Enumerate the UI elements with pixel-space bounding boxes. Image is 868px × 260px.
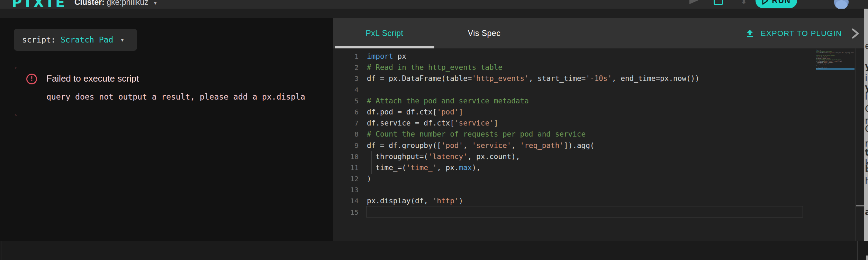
canvas-header-band bbox=[0, 9, 868, 18]
cluster-selector[interactable]: Cluster: gke:phillkuz ▾ bbox=[74, 0, 156, 7]
script-selector-dropdown[interactable]: script: Scratch Pad ▼ bbox=[14, 29, 137, 51]
editor-tab-bar: PxL Script Vis Spec EXPORT TO PLUGIN bbox=[333, 18, 868, 48]
code-line[interactable]: df.pod = df.ctx['pod'] bbox=[367, 106, 699, 118]
code-token: import bbox=[367, 52, 393, 61]
line-number: 1 bbox=[333, 51, 359, 62]
code-token: ] bbox=[459, 108, 463, 116]
code-token: # Attach the pod and service metadata bbox=[367, 97, 529, 105]
cluster-label: Cluster: bbox=[74, 0, 105, 7]
line-number-gutter: 123456789101112131415 bbox=[333, 51, 359, 218]
top-app-bar: PIXIE Cluster: gke:phillkuz ▾ ⬇ RUN bbox=[0, 0, 868, 9]
play-icon bbox=[762, 0, 769, 5]
code-line[interactable] bbox=[367, 184, 699, 195]
script-selector-value: Scratch Pad bbox=[61, 35, 113, 44]
code-line[interactable]: import px bbox=[367, 51, 699, 62]
code-token: 'pod' bbox=[825, 61, 827, 62]
code-token: 'pod' bbox=[441, 141, 463, 150]
script-selector-label: script: bbox=[22, 35, 56, 44]
code-token: 'http' bbox=[824, 67, 826, 68]
share-icon[interactable] bbox=[689, 0, 700, 4]
editor-drawer: PxL Script Vis Spec EXPORT TO PLUGIN 123… bbox=[333, 18, 868, 241]
code-token: 'http' bbox=[433, 197, 459, 205]
minimap-content: import px# Read in the http_events table… bbox=[816, 49, 854, 70]
move-widget-down-icon[interactable]: ⬇ bbox=[740, 0, 748, 6]
clipped-glyph: C bbox=[865, 124, 868, 134]
code-token: 'req_path' bbox=[520, 141, 564, 150]
code-token: df.pod = df.ctx[ bbox=[367, 108, 437, 116]
code-token: ), bbox=[828, 63, 829, 64]
line-number: 11 bbox=[333, 162, 359, 173]
code-line[interactable]: df = px.DataFrame(table='http_events', s… bbox=[367, 73, 699, 84]
code-line[interactable]: px.display(df, 'http') bbox=[367, 195, 699, 206]
code-line[interactable]: throughput=('latency', px.count), bbox=[367, 151, 699, 162]
code-token: 'service' bbox=[472, 141, 511, 150]
code-token: , end_time=px.now()) bbox=[612, 74, 699, 83]
code-token: 'latency' bbox=[428, 152, 468, 161]
code-line[interactable]: # Attach the pod and service metadata bbox=[367, 95, 699, 106]
run-button[interactable]: RUN bbox=[756, 0, 797, 8]
code-line[interactable]: df = px.DataFrame(table='http_events', s… bbox=[816, 52, 854, 54]
run-button-label: RUN bbox=[772, 0, 790, 5]
code-token: max bbox=[459, 164, 472, 172]
code-token: 'service' bbox=[828, 61, 833, 62]
code-token: ] bbox=[494, 119, 498, 127]
code-token: , px. bbox=[437, 164, 459, 172]
code-token: , px.count), bbox=[468, 152, 520, 161]
line-number: 8 bbox=[333, 129, 359, 140]
error-title: Failed to execute script bbox=[46, 73, 139, 84]
tab-vis-spec-label: Vis Spec bbox=[468, 29, 500, 38]
line-number: 10 bbox=[333, 151, 359, 162]
export-to-plugin-button[interactable]: EXPORT TO PLUGIN bbox=[745, 18, 842, 48]
code-token: 'time_' bbox=[406, 164, 437, 172]
code-token: ]).agg( bbox=[564, 141, 595, 150]
overview-ruler-cursor-marker bbox=[856, 205, 864, 206]
clipped-glyph: i bbox=[865, 91, 867, 102]
line-number: 5 bbox=[333, 95, 359, 106]
code-token: 'pod' bbox=[437, 108, 459, 116]
code-token: 'http_events' bbox=[472, 74, 528, 83]
code-line[interactable]: ) bbox=[367, 173, 699, 184]
tab-vis-spec[interactable]: Vis Spec bbox=[434, 18, 534, 48]
pxl-code-editor[interactable]: 123456789101112131415 import px# Read in… bbox=[333, 48, 868, 241]
code-content[interactable]: import px# Read in the http_events table… bbox=[367, 51, 699, 218]
code-line[interactable] bbox=[367, 84, 699, 95]
edge-sliver bbox=[866, 256, 868, 260]
code-line[interactable]: time_=('time_', px.max), bbox=[367, 162, 699, 173]
code-token: ) bbox=[459, 197, 463, 205]
line-number: 15 bbox=[333, 207, 359, 218]
overview-ruler-divider bbox=[856, 48, 856, 241]
code-token: ) bbox=[367, 175, 371, 183]
code-token: throughput=( bbox=[367, 152, 428, 161]
code-line[interactable] bbox=[367, 207, 699, 218]
code-token: '-10s' bbox=[586, 74, 612, 83]
code-line[interactable]: df.service = df.ctx['service'] bbox=[367, 118, 699, 129]
line-number: 14 bbox=[333, 195, 359, 206]
code-line[interactable] bbox=[816, 69, 854, 70]
clipped-glyph: y bbox=[865, 61, 868, 71]
code-token: , end_time=px.now()) bbox=[844, 52, 853, 53]
line-number: 13 bbox=[333, 184, 359, 195]
code-content[interactable]: import px# Read in the http_events table… bbox=[816, 49, 854, 70]
user-avatar[interactable] bbox=[834, 0, 849, 9]
pixie-logo[interactable]: PIXIE bbox=[12, 0, 68, 9]
collapse-drawer-chevron-icon[interactable] bbox=[851, 28, 860, 40]
divider bbox=[1, 241, 1, 260]
code-line[interactable]: # Count the number of requests per pod a… bbox=[367, 129, 699, 140]
minimap[interactable]: import px# Read in the http_events table… bbox=[816, 48, 855, 241]
data-drawer-collapsed-bar[interactable] bbox=[0, 241, 868, 260]
tab-pxl-script[interactable]: PxL Script bbox=[335, 18, 434, 48]
code-token: , px. bbox=[824, 63, 827, 64]
code-token: # Count the number of requests per pod a… bbox=[816, 59, 841, 60]
line-number: 6 bbox=[333, 106, 359, 118]
chevron-down-icon: ▾ bbox=[154, 0, 157, 6]
code-line[interactable]: df = df.groupby(['pod', 'service', 'req_… bbox=[367, 140, 699, 151]
code-token: df = df.groupby([ bbox=[816, 61, 825, 62]
code-line[interactable]: # Read in the http_events table bbox=[367, 62, 699, 73]
line-number: 4 bbox=[333, 84, 359, 95]
clipped-glyph: h bbox=[865, 176, 868, 186]
export-to-plugin-label: EXPORT TO PLUGIN bbox=[761, 29, 842, 38]
shortcuts-icon[interactable] bbox=[714, 0, 723, 5]
code-token: 'req_path' bbox=[834, 61, 839, 62]
code-token: '-10s' bbox=[841, 52, 844, 53]
code-token: , bbox=[463, 141, 472, 150]
